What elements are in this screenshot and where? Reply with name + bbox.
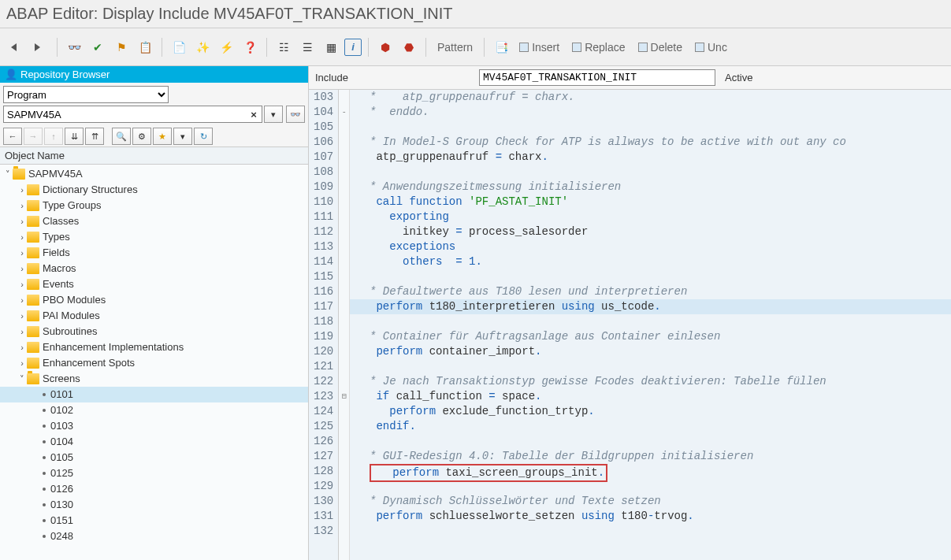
code-line[interactable]: others = 1. [350,254,951,269]
code-line[interactable]: initkey = process_salesorder [350,224,951,239]
toggle-view-icon[interactable]: ▦ [321,37,341,57]
enhance-icon[interactable]: ✨ [192,37,213,57]
code-line[interactable]: if call_function = space. [350,389,951,404]
pretty-printer-icon[interactable]: ⚡ [216,37,236,57]
tree-folder[interactable]: ›Events [0,276,308,292]
activate-icon[interactable]: ✔ [87,37,108,57]
favorite-icon[interactable]: ★ [153,128,172,145]
code-line[interactable]: atp_gruppenaufruf = charx. [350,150,951,165]
breakpoint-icon[interactable]: ⬢ [375,37,396,57]
undo-button[interactable]: Unc [690,39,732,55]
tree-leaf[interactable]: 0103 [0,418,308,434]
code-line[interactable]: exporting [350,210,951,224]
expand-icon[interactable]: › [17,277,27,291]
tree-folder[interactable]: ›PAI Modules [0,308,308,324]
other-object-icon[interactable]: 📄 [169,37,189,57]
nav-fwd-icon[interactable]: → [24,128,43,145]
display-object-icon[interactable]: 👓 [64,37,84,57]
program-input[interactable] [3,106,262,123]
fold-column[interactable]: -⊟ [339,90,350,560]
forward-icon[interactable] [30,37,50,57]
tree-folder[interactable]: ›Dictionary Structures [0,182,308,198]
display-icon[interactable]: 👓 [286,106,305,123]
breakpoint-ext-icon[interactable]: ⬣ [399,37,419,57]
tree-leaf[interactable]: 0125 [0,465,308,481]
expand-icon[interactable]: › [17,214,27,228]
expand-icon[interactable]: › [17,198,27,213]
code-line[interactable]: * In Model-S Group Check for ATP is allw… [350,135,951,150]
code-line[interactable]: * enddo. [350,105,951,120]
code-body[interactable]: * atp_gruppenaufruf = charx. * enddo. * … [350,90,951,560]
tree-leaf[interactable]: 0105 [0,450,308,465]
expand-icon[interactable]: › [17,183,27,197]
outline-icon[interactable]: ☰ [297,37,318,57]
expand-icon[interactable]: › [17,230,27,244]
nav-up-icon[interactable]: ↑ [44,128,63,145]
tree-folder[interactable]: ›Enhancement Implementations [0,339,308,355]
tree-folder[interactable]: ›PBO Modules [0,292,308,308]
tree-folder[interactable]: ›Subroutines [0,324,308,339]
tree-leaf[interactable]: 0104 [0,434,308,450]
code-editor[interactable]: 1031041051061071081091101111121131141151… [309,90,951,560]
code-line[interactable] [350,359,951,374]
code-line[interactable]: endif. [350,419,951,434]
tree-leaf[interactable]: 0248 [0,528,308,544]
replace-button[interactable]: Replace [567,39,630,55]
clear-input-icon[interactable]: × [247,109,261,121]
code-line[interactable]: * Container für Auftragsanlage aus Conta… [350,329,951,344]
code-line[interactable]: perform t180_interpretieren using us_tco… [350,299,951,314]
code-line[interactable]: * Dynamisch Schlüsselwörter und Texte se… [350,494,951,509]
find-icon[interactable]: 🔍 [112,128,131,145]
code-line[interactable] [350,120,951,135]
tree-folder[interactable]: ˅SAPMV45A [0,166,308,182]
tree-leaf[interactable]: 0151 [0,513,308,528]
code-line[interactable]: * atp_gruppenaufruf = charx. [350,90,951,105]
expand-icon[interactable]: › [17,309,27,323]
tree-folder[interactable]: ›Macros [0,261,308,276]
code-line[interactable]: * Anwendungszeitmessung initialisieren [350,180,951,195]
tree-leaf[interactable]: 0102 [0,402,308,418]
expand-icon[interactable]: › [17,356,27,370]
code-line[interactable] [350,524,951,539]
tree-folder[interactable]: ›Fields [0,245,308,261]
code-line[interactable]: perform exclude_function_trtyp. [350,404,951,419]
tree-settings-icon[interactable]: ⚙ [132,128,151,145]
code-line[interactable] [350,165,951,180]
code-line[interactable] [350,314,951,329]
code-line[interactable]: perform taxi_screen_groups_init. [350,464,951,479]
code-line[interactable]: * Defaultwerte aus T180 lesen und interp… [350,284,951,299]
help-icon[interactable]: ❓ [240,37,260,57]
tree-leaf[interactable]: 0101 [0,387,308,402]
dropdown-history-icon[interactable]: ▾ [264,106,283,123]
structure-icon[interactable]: ☷ [273,37,294,57]
code-line[interactable]: * Je nach Transaktionstyp gewisse Fcodes… [350,374,951,389]
check-icon[interactable]: ⚑ [111,37,132,57]
code-line[interactable]: perform container_import. [350,344,951,359]
back-icon[interactable] [6,37,27,57]
object-type-select[interactable]: Program [3,86,169,103]
expand-icon[interactable]: ˅ [17,372,27,386]
fav-dropdown-icon[interactable]: ▾ [173,128,192,145]
collapse-all-icon[interactable]: ⇊ [65,128,84,145]
code-line[interactable]: exceptions [350,239,951,254]
expand-icon[interactable]: › [17,261,27,276]
object-tree[interactable]: ˅SAPMV45A›Dictionary Structures›Type Gro… [0,165,308,560]
code-line[interactable]: * GUI-Redesign 4.0: Tabelle der Bildgrup… [350,449,951,464]
tree-folder[interactable]: ›Types [0,229,308,245]
expand-icon[interactable]: › [17,340,27,354]
refresh-icon[interactable]: ↻ [194,128,213,145]
nav-back-icon[interactable]: ← [3,128,22,145]
expand-icon[interactable]: ˅ [3,167,13,181]
expand-icon[interactable]: › [17,293,27,307]
include-name-field[interactable] [479,69,715,86]
info-icon[interactable]: i [344,39,362,56]
code-line[interactable] [350,434,951,449]
where-used-icon[interactable]: 📋 [135,37,155,57]
delete-button[interactable]: Delete [633,39,687,55]
code-line[interactable]: perform schluesselworte_setzen using t18… [350,509,951,524]
tree-folder[interactable]: ›Type Groups [0,198,308,213]
tree-folder[interactable]: ˅Screens [0,371,308,387]
tree-folder[interactable]: ›Enhancement Spots [0,355,308,371]
code-line[interactable] [350,269,951,284]
pattern-button[interactable]: Pattern [433,39,477,55]
